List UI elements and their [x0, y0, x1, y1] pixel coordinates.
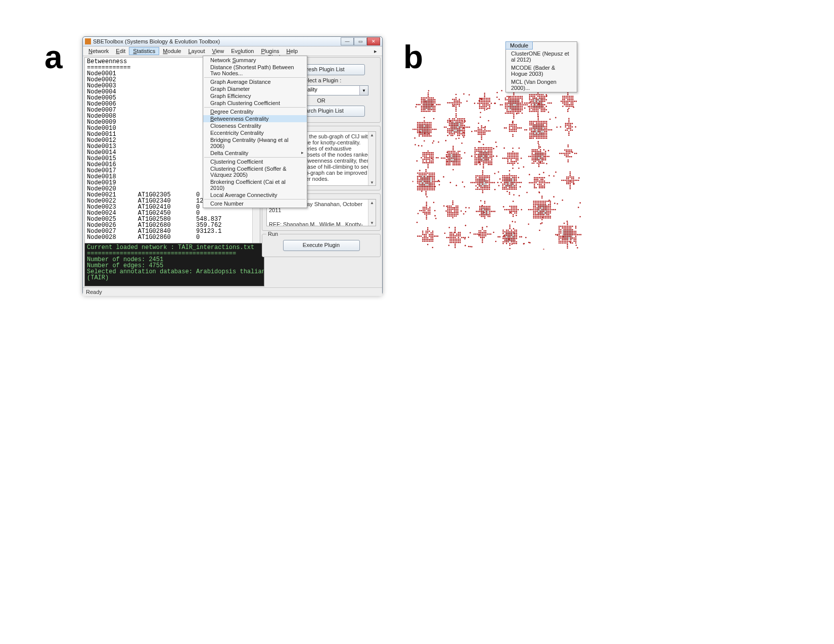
panel-label-a: a — [44, 38, 63, 76]
execute-plugin-button[interactable]: Execute Plugin — [283, 240, 360, 251]
run-group-title: Run — [266, 231, 280, 237]
chevron-down-icon[interactable]: ▼ — [359, 86, 368, 95]
statistics-dropdown: Network SummaryDistance (Shortest Path) … — [203, 56, 307, 208]
menu-plugins[interactable]: Plugins — [257, 47, 283, 55]
stats-menu-item[interactable]: Closeness Centrality — [203, 122, 307, 129]
menu-network[interactable]: Network — [85, 47, 112, 55]
stats-menu-item[interactable]: Delta Centrality▸ — [203, 150, 307, 157]
module-menu-item[interactable]: MCODE (Bader & Hogue 2003) — [506, 64, 577, 78]
stats-menu-item[interactable]: Clustering Coefficient (Soffer & Vázquez… — [203, 165, 307, 178]
module-menu-item[interactable]: MCL (Van Dongen 2000)... — [506, 78, 577, 92]
maximize-button[interactable]: ▭ — [354, 37, 367, 45]
module-dropdown: Module ClusterONE (Nepusz et al 2012)MCO… — [505, 41, 577, 92]
menubar: Network Edit Statistics Module Layout Vi… — [83, 46, 382, 56]
menu-overflow-icon[interactable]: ▸ — [371, 48, 380, 55]
app-window: SBEToolbox (Systems Biology & Evolution … — [82, 36, 383, 295]
scroll-down-icon[interactable]: ▼ — [368, 179, 376, 185]
menu-module[interactable]: Module — [159, 47, 184, 55]
panel-label-b: b — [403, 38, 423, 76]
scroll-down-icon[interactable]: ▼ — [368, 220, 376, 226]
description-scrollbar[interactable]: ▲ ▼ — [368, 132, 376, 185]
stats-menu-item[interactable]: Clustering Coefficient — [203, 158, 307, 165]
run-group: Run Execute Plugin — [262, 234, 381, 257]
stats-menu-item[interactable]: Eccentricity Centrality — [203, 129, 307, 136]
app-icon — [85, 38, 91, 44]
stats-menu-item[interactable]: Graph Diameter — [203, 85, 307, 92]
status-bar: Ready — [83, 287, 382, 296]
menu-view[interactable]: View — [209, 47, 228, 55]
window-title: SBEToolbox (Systems Biology & Evolution … — [93, 38, 341, 44]
console-panel: Current loaded network : TAIR_interactio… — [84, 243, 264, 286]
stats-menu-item[interactable]: Network Summary — [203, 57, 307, 64]
titlebar: SBEToolbox (Systems Biology & Evolution … — [83, 37, 382, 46]
stats-menu-item[interactable]: Brokering Coefficient (Cai et al 2010) — [203, 178, 307, 191]
authors-ref: REF: Shanahan M., Wildie M., Knotty-cent… — [269, 221, 374, 226]
stats-menu-item[interactable]: Local Average Connectivity — [203, 191, 307, 199]
menu-evolution[interactable]: Evolution — [227, 47, 257, 55]
stats-menu-item[interactable]: Graph Efficiency — [203, 92, 307, 100]
menu-layout[interactable]: Layout — [184, 47, 208, 55]
cluster-visualization — [412, 89, 582, 250]
stats-menu-item[interactable]: Degree Centrality — [203, 108, 307, 115]
scroll-up-icon[interactable]: ▲ — [368, 132, 376, 138]
menu-statistics[interactable]: Statistics — [129, 47, 159, 55]
stats-menu-item[interactable]: Bridging Centrality (Hwang et al 2006) — [203, 136, 307, 150]
stats-menu-item[interactable]: Core Number — [203, 200, 307, 207]
stats-menu-item[interactable]: Graph Average Distance — [203, 78, 307, 85]
menu-help[interactable]: Help — [283, 47, 302, 55]
module-menu-tab[interactable]: Module — [505, 41, 533, 49]
scroll-up-icon[interactable]: ▲ — [368, 200, 376, 206]
stats-menu-item[interactable]: Distance (Shortest Path) Between Two Nod… — [203, 64, 307, 77]
close-button[interactable]: ✕ — [367, 37, 380, 45]
minimize-button[interactable]: — — [341, 37, 354, 45]
stats-menu-item[interactable]: Betweenness Centrality — [203, 115, 307, 122]
module-menu-item[interactable]: ClusterONE (Nepusz et al 2012) — [506, 49, 577, 64]
menu-edit[interactable]: Edit — [112, 47, 129, 55]
authors-scrollbar[interactable]: ▲ ▼ — [368, 200, 376, 226]
stats-menu-item[interactable]: Graph Clustering Coefficient — [203, 100, 307, 107]
